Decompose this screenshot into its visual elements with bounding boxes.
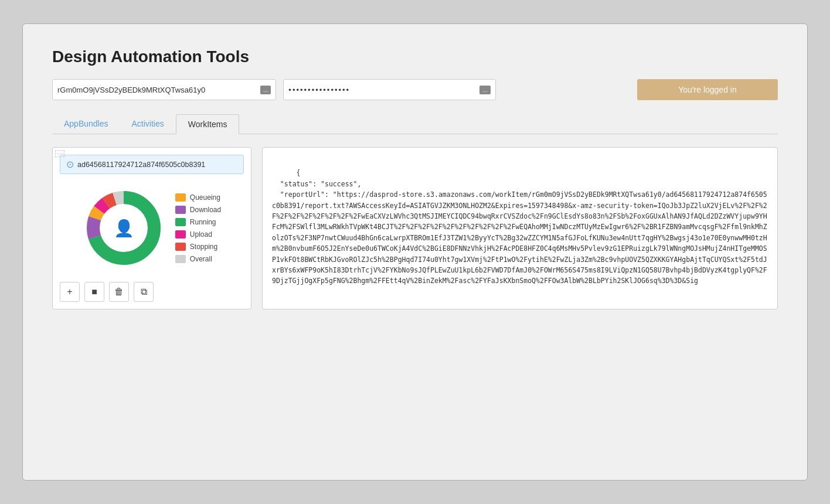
- workitem-row[interactable]: ⊙ ad64568117924712a874f6505c0b8391: [60, 155, 244, 174]
- legend-color-overall: [175, 255, 186, 263]
- client-secret-expand-button[interactable]: ...: [479, 86, 490, 94]
- client-secret-input[interactable]: [288, 86, 476, 94]
- main-window: Design Automation Tools ... ... You're l…: [22, 23, 808, 481]
- copy-button[interactable]: ⧉: [134, 282, 154, 302]
- report-content: { "status": "success", "reportUrl": "htt…: [272, 169, 767, 285]
- legend-label-download: Download: [190, 206, 221, 214]
- login-button[interactable]: You're logged in: [637, 79, 778, 100]
- stop-button[interactable]: ■: [84, 282, 104, 302]
- legend-label-overall: Overall: [190, 255, 212, 263]
- legend-label-queueing: Queueing: [190, 193, 220, 202]
- top-bar: ... ... You're logged in: [52, 79, 778, 100]
- legend-color-running: [175, 218, 186, 226]
- legend-running: Running: [175, 218, 221, 226]
- client-id-input[interactable]: [57, 86, 257, 94]
- main-content: ···· ⊙ ad64568117924712a874f6505c0b8391: [52, 147, 778, 309]
- donut-chart: 👤: [83, 187, 165, 269]
- left-panel: ···· ⊙ ad64568117924712a874f6505c0b8391: [52, 147, 251, 309]
- tab-workitems[interactable]: WorkItems: [176, 114, 240, 134]
- chart-container: 👤 Queueing Download Runn: [83, 187, 221, 269]
- report-panel: { "status": "success", "reportUrl": "htt…: [262, 147, 778, 309]
- client-secret-wrapper: ...: [283, 79, 495, 100]
- tab-appbundles[interactable]: AppBundles: [52, 114, 120, 134]
- legend-color-download: [175, 206, 186, 214]
- legend-label-upload: Upload: [190, 230, 212, 239]
- corner-marker: ····: [55, 150, 64, 157]
- workitem-icon: ⊙: [66, 159, 74, 170]
- page-title: Design Automation Tools: [52, 47, 778, 66]
- action-buttons: + ■ 🗑 ⧉: [60, 282, 244, 302]
- delete-button[interactable]: 🗑: [109, 282, 129, 302]
- client-id-wrapper: ...: [52, 79, 276, 100]
- legend-upload: Upload: [175, 230, 221, 239]
- legend-queueing: Queueing: [175, 193, 221, 202]
- legend-stopping: Stopping: [175, 243, 221, 251]
- legend-color-stopping: [175, 243, 186, 251]
- legend-label-running: Running: [190, 218, 216, 226]
- chart-legend: Queueing Download Running Upload: [175, 193, 221, 263]
- legend-color-upload: [175, 230, 186, 239]
- legend-color-queueing: [175, 193, 186, 202]
- legend-overall: Overall: [175, 255, 221, 263]
- workitem-id: ad64568117924712a874f6505c0b8391: [77, 161, 205, 169]
- tabs-bar: AppBundles Activities WorkItems: [52, 114, 778, 134]
- legend-label-stopping: Stopping: [190, 243, 217, 251]
- add-button[interactable]: +: [60, 282, 80, 302]
- chart-area: 👤 Queueing Download Runn: [60, 181, 244, 275]
- legend-download: Download: [175, 206, 221, 214]
- client-id-expand-button[interactable]: ...: [260, 86, 271, 94]
- tab-activities[interactable]: Activities: [120, 114, 176, 134]
- svg-text:👤: 👤: [113, 219, 134, 238]
